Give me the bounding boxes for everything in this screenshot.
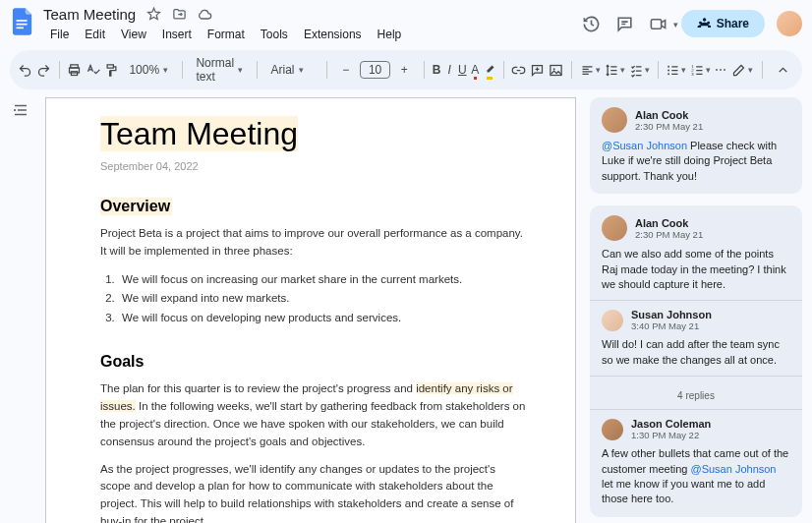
comment-body: Can we also add some of the points Raj m… <box>602 247 790 292</box>
reply-author: Susan Johnson <box>631 309 712 320</box>
list-item: We will focus on increasing our market s… <box>118 270 526 290</box>
star-icon[interactable] <box>145 7 161 23</box>
outline-toggle-icon[interactable] <box>10 99 31 121</box>
goals-paragraph-1: The plan for this quarter is to review t… <box>100 380 526 450</box>
svg-point-10 <box>667 69 669 71</box>
doc-title[interactable]: Team Meeting <box>43 6 136 23</box>
comments-panel: Alan Cook 2:30 PM May 21 @Susan Johnson … <box>590 97 802 523</box>
svg-point-8 <box>553 68 555 70</box>
comment-author: Alan Cook <box>635 217 703 229</box>
menu-help[interactable]: Help <box>371 25 409 44</box>
list-item: We will expand into new markets. <box>118 289 526 309</box>
svg-rect-2 <box>17 28 24 29</box>
reply-time: 3:40 PM May 21 <box>631 320 712 331</box>
cloud-status-icon[interactable] <box>197 7 212 23</box>
replies-expand[interactable]: 4 replies <box>602 384 790 401</box>
reply-body: Will do! I can add after the team sync s… <box>602 337 790 368</box>
zoom-select[interactable]: 100%▾ <box>123 61 174 79</box>
list-item: We will focus on developing new products… <box>118 309 526 328</box>
avatar <box>602 215 627 241</box>
spellcheck-button[interactable] <box>86 58 100 82</box>
meet-icon[interactable]: ▾ <box>648 13 669 34</box>
avatar <box>602 419 623 440</box>
bold-button[interactable]: B <box>433 58 441 82</box>
svg-rect-0 <box>17 20 28 22</box>
history-icon[interactable] <box>581 13 603 34</box>
page-date: September 04, 2022 <box>100 160 526 172</box>
share-button[interactable]: Share <box>681 10 765 37</box>
svg-point-15 <box>14 109 16 111</box>
document-page[interactable]: Team Meeting September 04, 2022 Overview… <box>45 97 576 523</box>
svg-rect-3 <box>652 19 662 29</box>
print-button[interactable] <box>67 58 82 82</box>
svg-point-9 <box>667 65 669 67</box>
font-size-input[interactable]: 10 <box>360 61 390 79</box>
menu-view[interactable]: View <box>114 25 153 44</box>
text-color-button[interactable]: A <box>471 58 480 82</box>
avatar <box>602 107 627 133</box>
menu-bar: File Edit View Insert Format Tools Exten… <box>43 25 573 44</box>
menu-extensions[interactable]: Extensions <box>297 25 369 44</box>
reply-author: Jason Coleman <box>631 418 711 430</box>
highlight-button[interactable] <box>484 58 495 82</box>
bullet-list-button[interactable]: ▾ <box>666 58 686 82</box>
menu-tools[interactable]: Tools <box>254 25 295 44</box>
reply-time: 1:30 PM May 22 <box>631 430 711 440</box>
account-avatar[interactable] <box>777 11 802 36</box>
add-comment-button[interactable] <box>530 58 545 82</box>
mention: @Susan Johnson <box>690 463 776 475</box>
page-title: Team Meeting <box>100 116 298 151</box>
increase-font-button[interactable]: + <box>392 58 416 82</box>
numbered-list-button[interactable]: 123▾ <box>690 58 711 82</box>
mention: @Susan Johnson <box>602 140 687 151</box>
avatar <box>602 310 623 331</box>
move-icon[interactable] <box>171 7 187 23</box>
underline-button[interactable]: U <box>458 58 467 82</box>
align-button[interactable]: ▾ <box>580 58 601 82</box>
menu-format[interactable]: Format <box>201 25 252 44</box>
undo-button[interactable] <box>18 58 32 82</box>
comment-time: 2:30 PM May 21 <box>635 229 703 240</box>
checklist-button[interactable]: ▾ <box>629 58 650 82</box>
comment-card[interactable]: Alan Cook 2:30 PM May 21 @Susan Johnson … <box>590 97 802 194</box>
link-button[interactable] <box>511 58 526 82</box>
svg-text:3: 3 <box>691 71 694 76</box>
heading-overview: Overview <box>100 198 172 215</box>
svg-point-11 <box>667 73 669 75</box>
reply-body: A few other bullets that came out of the… <box>602 446 790 507</box>
heading-goals: Goals <box>100 353 144 371</box>
menu-edit[interactable]: Edit <box>78 25 112 44</box>
goals-paragraph-2: As the project progresses, we'll identif… <box>100 461 526 523</box>
font-select[interactable]: Arial▾ <box>265 61 319 79</box>
phases-list: We will focus on increasing our market s… <box>118 270 526 328</box>
comment-time: 2:30 PM May 21 <box>635 121 703 132</box>
styles-select[interactable]: Normal text▾ <box>190 54 249 86</box>
line-spacing-button[interactable]: ▾ <box>605 58 625 82</box>
insert-image-button[interactable] <box>549 58 563 82</box>
menu-insert[interactable]: Insert <box>155 25 199 44</box>
collapse-toolbar-button[interactable] <box>771 58 794 82</box>
comment-author: Alan Cook <box>635 109 703 121</box>
more-button[interactable]: ⋯ <box>715 58 726 82</box>
svg-rect-1 <box>17 24 28 26</box>
decrease-font-button[interactable]: − <box>334 58 358 82</box>
comments-icon[interactable] <box>614 13 636 34</box>
paint-format-button[interactable] <box>104 58 119 82</box>
redo-button[interactable] <box>36 58 51 82</box>
italic-button[interactable]: I <box>445 58 454 82</box>
docs-logo[interactable] <box>10 6 35 37</box>
share-label: Share <box>717 17 749 30</box>
menu-file[interactable]: File <box>43 25 76 44</box>
toolbar: 100%▾ Normal text▾ Arial▾ − 10 + B I U A… <box>10 50 802 89</box>
comment-body: @Susan Johnson Please check with Luke if… <box>602 139 790 184</box>
overview-paragraph: Project Beta is a project that aims to i… <box>100 225 526 261</box>
comment-card[interactable]: Alan Cook 2:30 PM May 21 Can we also add… <box>590 205 802 517</box>
editing-mode-button[interactable]: ▾ <box>730 58 754 82</box>
